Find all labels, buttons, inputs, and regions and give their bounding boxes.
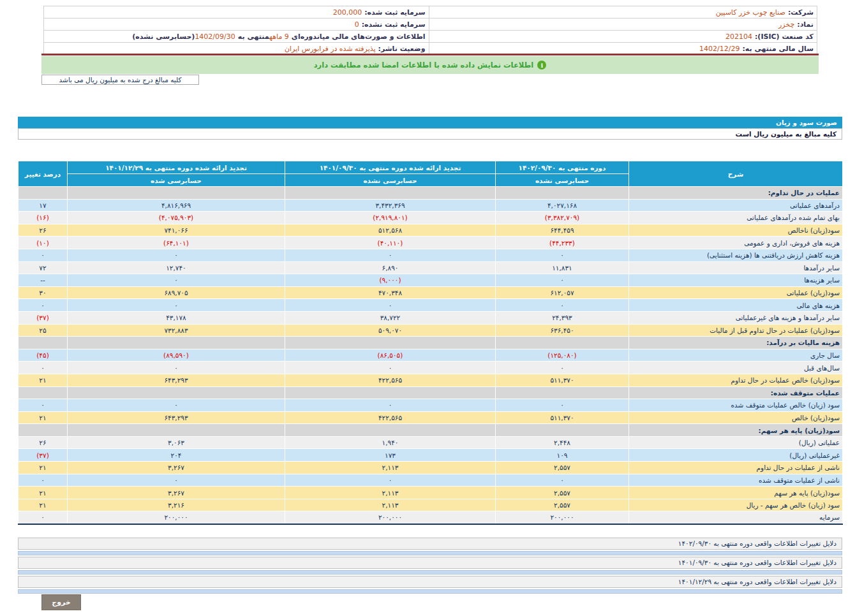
row-label: سایر هزینه‌ها bbox=[629, 274, 843, 287]
change-reasons-link-1402-09-30[interactable]: دلایل تغییرات اطلاعات واقعی دوره منتهی ب… bbox=[18, 538, 842, 550]
row-percent-change: ۱۷ bbox=[19, 199, 68, 212]
row-value-1401-09-30: ۱,۹۴۰ bbox=[285, 436, 496, 449]
table-row: سال جاری(۱۲۵,۰۸۰)(۸۶,۵۰۵)(۸۹,۵۹۰)(۴۵) bbox=[19, 349, 843, 362]
change-reasons-link-1401-09-30[interactable]: دلایل تغییرات اطلاعات واقعی دوره منتهی ب… bbox=[18, 557, 842, 569]
row-percent-change: ۳۰ bbox=[19, 286, 68, 299]
section-row: عملیات در حال تداوم: bbox=[19, 187, 843, 200]
row-value-1401-09-30: (۲,۹۱۹,۸۰۱) bbox=[285, 212, 496, 224]
isic-label: کد صنعت (ISIC): bbox=[755, 33, 814, 41]
table-row: سود(زیان) عملیات در حال تداوم قبل از مال… bbox=[19, 324, 843, 337]
row-value-1401-09-30: ۲,۱۱۳ bbox=[285, 487, 496, 499]
row-value-1401-09-30 bbox=[285, 424, 496, 437]
row-value-1402-09-30: ۰ bbox=[496, 299, 629, 312]
row-value-1401-12-29: ۲۰۴ bbox=[68, 449, 285, 462]
row-value-1402-09-30 bbox=[496, 386, 629, 399]
column-header-period-1401-12-29: تجدید ارائه شده دوره منتهی به ۱۴۰۱/۱۲/۲۹ bbox=[68, 161, 285, 174]
row-percent-change: ۲۶ bbox=[19, 436, 68, 449]
row-value-1402-09-30: ۰ bbox=[496, 474, 629, 487]
row-percent-change: ۰ bbox=[19, 299, 68, 312]
unregistered-capital-label: سرمایه ثبت نشده: bbox=[362, 20, 426, 29]
table-row: هزینه های فروش، اداری و عمومی(۴۴,۲۳۳)(۴۰… bbox=[19, 237, 843, 249]
row-value-1401-12-29 bbox=[68, 187, 285, 200]
row-value-1401-09-30: ۰ bbox=[285, 474, 496, 487]
unregistered-capital-value: 0 bbox=[355, 20, 359, 29]
fiscal-year-cell: سال مالی منتهی به:1402/12/29 bbox=[429, 43, 817, 55]
symbol-label: نماد: bbox=[797, 20, 814, 29]
row-label: سال جاری bbox=[629, 349, 843, 362]
unregistered-capital-cell: سرمایه ثبت نشده:0 bbox=[44, 18, 429, 31]
row-label: سود(زیان) عملیات در حال تداوم قبل از مال… bbox=[629, 324, 843, 337]
row-value-1401-12-29: ۳,۲۶۷ bbox=[68, 462, 285, 474]
collapsed-panel-bar bbox=[18, 570, 842, 575]
row-value-1402-09-30 bbox=[496, 337, 629, 349]
isic-cell: کد صنعت (ISIC):202104 bbox=[429, 31, 817, 43]
issuer-status-cell: وضعیت ناشر:پذیرفته شده در فرابورس ایران bbox=[44, 43, 429, 55]
row-label: سود(زیان) خالص عملیات در حال تداوم bbox=[629, 374, 843, 386]
info-row: سال مالی منتهی به:1402/12/29 وضعیت ناشر:… bbox=[44, 43, 817, 55]
row-value-1402-09-30: ۶۳۶,۴۵۰ bbox=[496, 324, 629, 337]
column-header-period-1401-09-30: تجدید ارائه شده دوره منتهی به ۱۴۰۱/۰۹/۳۰ bbox=[285, 161, 496, 174]
info-icon: i bbox=[537, 61, 546, 70]
table-row: سود(زیان) ناخالص۶۴۴,۴۵۹۵۱۲,۵۶۸۷۴۱,۰۶۶۲۶ bbox=[19, 224, 843, 237]
row-value-1402-09-30: ۱۱,۸۳۱ bbox=[496, 261, 629, 274]
row-value-1401-12-29: ۰ bbox=[68, 299, 285, 312]
row-label: سود(زیان) پایه هر سهم: bbox=[629, 424, 843, 437]
report-period-audit: (حسابرسی نشده) bbox=[132, 33, 195, 41]
row-value-1401-09-30: ۰ bbox=[285, 362, 496, 374]
symbol-cell: نماد:چخزر bbox=[429, 18, 817, 31]
row-value-1401-09-30 bbox=[285, 386, 496, 399]
table-row: سرمایه۲۰۰,۰۰۰۲۰۰,۰۰۰۲۰۰,۰۰۰۰ bbox=[19, 511, 843, 524]
row-percent-change: ۰ bbox=[19, 474, 68, 487]
row-value-1401-12-29: ۱۲,۷۴۰ bbox=[68, 261, 285, 274]
report-period-months: 9 ماهه bbox=[269, 33, 289, 41]
table-row: سایر هزینه‌ها۰(۹,۰۰۰)۰-- bbox=[19, 274, 843, 287]
row-value-1402-09-30: ۲,۵۵۷ bbox=[496, 462, 629, 474]
info-row: شرکت:صنایع چوب خزر کاسپین سرمایه ثبت شده… bbox=[44, 6, 817, 18]
row-value-1402-09-30: (۱۲۵,۰۸۰) bbox=[496, 349, 629, 362]
collapsed-panel-bar bbox=[18, 589, 842, 594]
row-value-1401-12-29: ۶۸۹,۷۰۵ bbox=[68, 286, 285, 299]
row-value-1401-09-30: ۰ bbox=[285, 399, 496, 412]
row-percent-change: ۷۲ bbox=[19, 261, 68, 274]
table-row: سود(زیان) پایه هر سهم۲,۵۵۷۲,۱۱۳۳,۲۶۷۲۱ bbox=[19, 487, 843, 499]
column-subheader-unaudited-1: حسابرسی نشده bbox=[496, 174, 629, 187]
fiscal-year-label: سال مالی منتهی به: bbox=[742, 45, 814, 53]
table-row: ناشی از عملیات متوقف شده۰۰۰۰ bbox=[19, 474, 843, 487]
change-reasons-link-1401-12-29[interactable]: دلایل تغییرات اطلاعات واقعی دوره منتهی ب… bbox=[18, 576, 842, 588]
column-header-period-1402-09-30: دوره منتهی به ۱۴۰۲/۰۹/۳۰ bbox=[496, 161, 629, 174]
row-value-1401-12-29: ۰ bbox=[68, 474, 285, 487]
row-percent-change: (۱۰) bbox=[19, 237, 68, 249]
row-value-1402-09-30 bbox=[496, 187, 629, 200]
row-value-1401-09-30: ۲۰۰,۰۰۰ bbox=[285, 511, 496, 524]
column-subheader-audited: حسابرسی شده bbox=[68, 174, 285, 187]
row-value-1402-09-30: ۰ bbox=[496, 399, 629, 412]
row-label: سود(زیان) خالص bbox=[629, 411, 843, 424]
fiscal-year-value: 1402/12/29 bbox=[699, 45, 740, 53]
row-value-1401-09-30: ۵۰۹,۰۷۰ bbox=[285, 324, 496, 337]
row-value-1402-09-30: ۰ bbox=[496, 249, 629, 261]
row-value-1402-09-30: ۵۱۱,۳۷۰ bbox=[496, 374, 629, 386]
registered-capital-cell: سرمایه ثبت شده:200,000 bbox=[44, 6, 429, 18]
statement-title-bar: صورت سود و زیان bbox=[18, 117, 842, 128]
row-value-1401-12-29: ۴۳,۱۷۸ bbox=[68, 311, 285, 324]
row-value-1401-09-30: (۴۰,۱۱۰) bbox=[285, 237, 496, 249]
row-label: غیرعملیاتی (ریال) bbox=[629, 449, 843, 462]
row-value-1402-09-30: ۲,۴۴۸ bbox=[496, 436, 629, 449]
row-value-1401-09-30: ۳,۴۳۲,۳۶۹ bbox=[285, 199, 496, 212]
row-percent-change: ۰ bbox=[19, 249, 68, 261]
logout-button[interactable]: خروج bbox=[41, 594, 81, 610]
row-value-1401-12-29 bbox=[68, 337, 285, 349]
row-value-1401-09-30 bbox=[285, 337, 496, 349]
row-label: سال‌های قبل bbox=[629, 362, 843, 374]
row-value-1401-12-29: ۴,۸۱۶,۹۶۹ bbox=[68, 199, 285, 212]
table-row: سایر درآمدها و هزینه های غیرعملیاتی۲۴,۳۹… bbox=[19, 311, 843, 324]
row-value-1401-09-30 bbox=[285, 187, 496, 200]
table-row: ناشی از عملیات در حال تداوم۲,۵۵۷۲,۱۱۳۳,۲… bbox=[19, 462, 843, 474]
row-value-1401-09-30: (۹,۰۰۰) bbox=[285, 274, 496, 287]
income-statement-table: شرح دوره منتهی به ۱۴۰۲/۰۹/۳۰ تجدید ارائه… bbox=[18, 161, 843, 525]
row-value-1402-09-30: ۲۰۰,۰۰۰ bbox=[496, 511, 629, 524]
row-value-1401-09-30: (۸۶,۵۰۵) bbox=[285, 349, 496, 362]
row-value-1401-12-29: ۰ bbox=[68, 399, 285, 412]
row-value-1401-09-30: ۰ bbox=[285, 249, 496, 261]
row-value-1401-09-30: ۱۷۳ bbox=[285, 449, 496, 462]
